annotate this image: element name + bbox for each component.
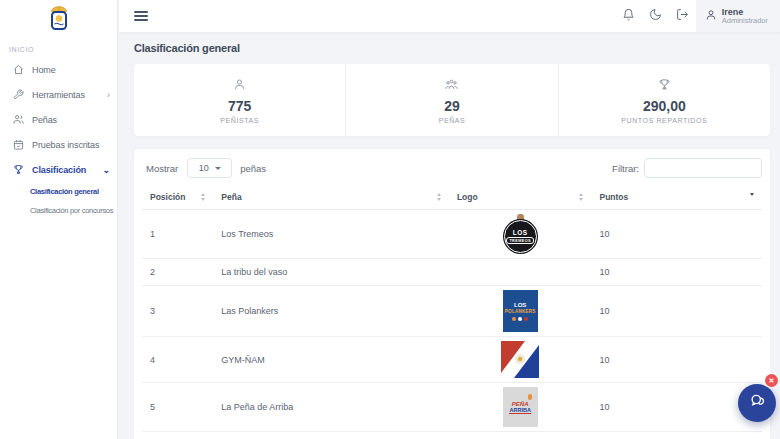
sidebar-subitem-clasificacion-general[interactable]: Clasificación general	[0, 182, 117, 201]
logout-icon	[676, 7, 689, 25]
team-logo-la-pena-de-arriba: PEÑA ARRIBA	[503, 387, 538, 427]
group-icon	[445, 77, 458, 95]
logout-button[interactable]	[669, 0, 696, 32]
sidebar-subitem-clasificacion-por-concursos[interactable]: Clasificación por concursos	[0, 201, 117, 220]
stat-value: 775	[228, 98, 251, 114]
app-window: INICIO Home Herramientas › Peñas Prueba	[0, 0, 780, 439]
cell-position: 4	[142, 337, 213, 383]
cell-pena: Las Polankers	[213, 286, 449, 337]
cell-puntos: 10	[591, 259, 762, 286]
team-logo-los-tremeos: LOS TREMEOS	[503, 214, 537, 254]
table-row: 5 La Peña de Arriba PEÑA ARRIBA 10	[142, 383, 762, 432]
notifications-button[interactable]	[615, 0, 642, 32]
chat-icon	[748, 392, 766, 414]
table-row: 2 La tribu del vaso 10	[142, 259, 762, 286]
sidebar-item-pruebas-inscritas[interactable]: Pruebas inscritas	[0, 132, 117, 157]
column-header-puntos[interactable]: Puntos	[591, 186, 762, 210]
wrench-icon	[13, 89, 24, 100]
team-logo-gym-nam	[501, 341, 539, 378]
cell-puntos: 10	[591, 432, 762, 439]
stat-penas: 29 PEÑAS	[345, 64, 557, 136]
stat-penistas: 775 PEÑISTAS	[134, 64, 345, 136]
trophy-icon	[658, 77, 671, 95]
page-size-select[interactable]: 10	[187, 158, 232, 178]
table-row: 1 Los Tremeos LOS TREMEOS	[142, 210, 762, 259]
cell-puntos: 10	[591, 210, 762, 259]
cell-puntos: 10	[591, 337, 762, 383]
sidebar: INICIO Home Herramientas › Peñas Prueba	[0, 0, 118, 439]
page-content: Clasificación general 775 PEÑISTAS 29 PE…	[119, 32, 780, 439]
cell-pena: GYM-ÑAM	[213, 337, 449, 383]
sidebar-item-label: Clasificación	[32, 165, 86, 175]
cell-pena: Los Tremeos	[213, 210, 449, 259]
cell-pena: La Peña de Arriba	[213, 383, 449, 432]
home-icon	[13, 64, 24, 75]
cell-position: 2	[142, 259, 213, 286]
trophy-icon	[13, 164, 24, 175]
stat-label: PEÑAS	[439, 117, 466, 124]
classification-table: Posición Peña Logo	[142, 186, 762, 439]
sort-icon	[201, 193, 205, 201]
user-role: Administrador	[722, 17, 768, 26]
sidebar-section-label: INICIO	[0, 36, 117, 57]
sidebar-item-herramientas[interactable]: Herramientas ›	[0, 82, 117, 107]
filter-label: Filtrar:	[612, 163, 639, 174]
stat-label: PEÑISTAS	[220, 117, 259, 124]
column-header-logo[interactable]: Logo	[449, 186, 592, 210]
crest-logo[interactable]	[0, 0, 117, 36]
cell-puntos: 10	[591, 286, 762, 337]
user-icon	[705, 7, 717, 25]
column-header-pena[interactable]: Peña	[213, 186, 449, 210]
cell-pena: Triple P	[213, 432, 449, 439]
cell-position: 5	[142, 383, 213, 432]
chevron-right-icon: ›	[107, 90, 110, 100]
main-area: Irene Administrador Clasificación genera…	[119, 0, 780, 439]
sidebar-item-home[interactable]: Home	[0, 57, 117, 82]
sidebar-item-label: Pruebas inscritas	[32, 140, 99, 150]
topbar: Irene Administrador	[119, 0, 780, 32]
classification-table-card: Mostrar 10 peñas Filtrar:	[134, 149, 770, 439]
team-logo-las-polankers: LOS POLANKERS	[503, 290, 538, 332]
table-row: 6 Triple P 10	[142, 432, 762, 439]
sidebar-item-label: Peñas	[32, 115, 57, 125]
hamburger-icon[interactable]	[134, 11, 148, 21]
bell-icon	[622, 7, 635, 25]
chevron-down-icon: ⌄	[103, 165, 110, 175]
chat-fab-button[interactable]: ✕	[738, 384, 776, 422]
cell-pena: La tribu del vaso	[213, 259, 449, 286]
close-icon[interactable]: ✕	[765, 374, 778, 387]
stat-value: 29	[444, 98, 460, 114]
sort-icon-desc	[750, 193, 754, 196]
user-menu[interactable]: Irene Administrador	[696, 0, 780, 32]
calendar-icon	[13, 139, 24, 150]
filter-input[interactable]	[644, 158, 762, 178]
sidebar-item-clasificacion[interactable]: Clasificación ⌄	[0, 157, 117, 182]
dark-mode-button[interactable]	[642, 0, 669, 32]
sidebar-item-label: Home	[32, 65, 56, 75]
person-icon	[233, 77, 246, 95]
cell-position: 3	[142, 286, 213, 337]
sort-icon	[579, 193, 583, 201]
table-row: 4 GYM-ÑAM	[142, 337, 762, 383]
sidebar-item-label: Herramientas	[32, 90, 85, 100]
column-header-posicion[interactable]: Posición	[142, 186, 213, 210]
show-label: Mostrar	[146, 163, 178, 174]
sort-icon	[437, 193, 441, 201]
moon-icon	[649, 7, 662, 25]
page-title: Clasificación general	[134, 42, 770, 54]
stat-value: 290,00	[643, 98, 686, 114]
show-suffix: peñas	[240, 163, 266, 174]
cell-puntos: 10	[591, 383, 762, 432]
table-row: 3 Las Polankers LOS POLANKERS 10	[142, 286, 762, 337]
stats-card: 775 PEÑISTAS 29 PEÑAS 290,00 PUNTOS REPA…	[134, 64, 770, 136]
cell-position: 6	[142, 432, 213, 439]
chevron-down-icon	[215, 167, 221, 170]
page-size-value: 10	[199, 163, 209, 173]
stat-label: PUNTOS REPARTIDOS	[621, 117, 707, 124]
stat-puntos-repartidos: 290,00 PUNTOS REPARTIDOS	[558, 64, 770, 136]
sidebar-item-penas[interactable]: Peñas	[0, 107, 117, 132]
people-icon	[13, 114, 24, 125]
cell-position: 1	[142, 210, 213, 259]
